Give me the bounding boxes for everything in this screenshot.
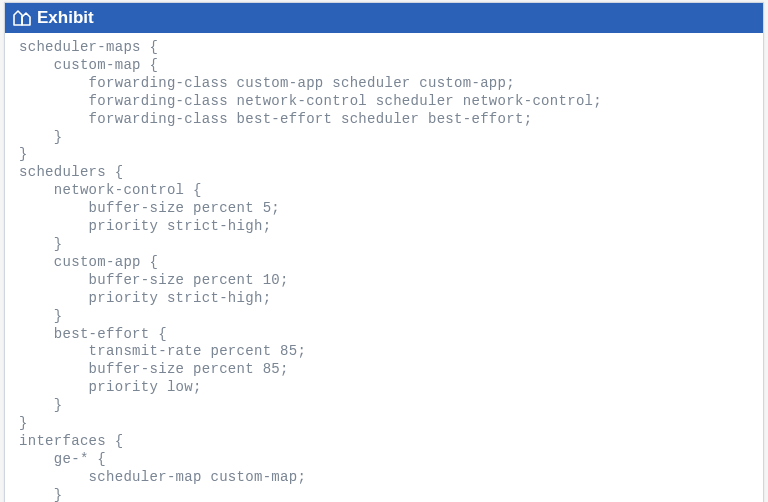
title-text: Exhibit [37,8,94,28]
exhibit-window: Exhibit scheduler-maps { custom-map { fo… [4,2,764,502]
config-code-block: scheduler-maps { custom-map { forwarding… [19,39,753,502]
exhibit-icon [13,10,31,26]
code-content: scheduler-maps { custom-map { forwarding… [5,33,763,502]
titlebar: Exhibit [5,3,763,33]
